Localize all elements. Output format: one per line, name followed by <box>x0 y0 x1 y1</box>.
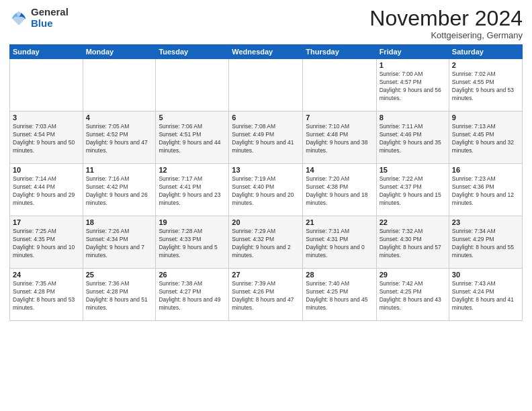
logo-icon <box>9 9 28 28</box>
day-number: 2 <box>452 61 519 69</box>
table-row: 19Sunrise: 7:28 AM Sunset: 4:33 PM Dayli… <box>156 216 229 269</box>
day-info: Sunrise: 7:40 AM Sunset: 4:25 PM Dayligh… <box>306 280 373 312</box>
day-number: 25 <box>86 271 153 279</box>
table-row <box>156 59 229 111</box>
day-info: Sunrise: 7:39 AM Sunset: 4:26 PM Dayligh… <box>232 280 300 312</box>
table-row: 12Sunrise: 7:17 AM Sunset: 4:41 PM Dayli… <box>156 164 229 216</box>
table-row: 14Sunrise: 7:20 AM Sunset: 4:38 PM Dayli… <box>303 164 376 216</box>
logo-text: General Blue <box>31 7 69 29</box>
day-number: 13 <box>232 166 300 174</box>
day-number: 15 <box>380 166 446 174</box>
table-row: 25Sunrise: 7:36 AM Sunset: 4:28 PM Dayli… <box>83 269 156 321</box>
day-number: 23 <box>452 218 519 226</box>
day-info: Sunrise: 7:03 AM Sunset: 4:54 PM Dayligh… <box>13 123 80 155</box>
table-row: 26Sunrise: 7:38 AM Sunset: 4:27 PM Dayli… <box>156 269 229 321</box>
day-number: 19 <box>159 218 226 226</box>
day-number: 1 <box>380 61 446 69</box>
day-number: 18 <box>86 218 153 226</box>
day-info: Sunrise: 7:00 AM Sunset: 4:57 PM Dayligh… <box>380 71 446 103</box>
table-row: 7Sunrise: 7:10 AM Sunset: 4:48 PM Daylig… <box>303 111 376 164</box>
day-number: 22 <box>380 218 446 226</box>
day-info: Sunrise: 7:08 AM Sunset: 4:49 PM Dayligh… <box>232 123 300 155</box>
day-number: 14 <box>306 166 373 174</box>
table-row: 27Sunrise: 7:39 AM Sunset: 4:26 PM Dayli… <box>229 269 303 321</box>
day-number: 12 <box>159 166 226 174</box>
day-info: Sunrise: 7:28 AM Sunset: 4:33 PM Dayligh… <box>159 228 226 260</box>
table-row: 18Sunrise: 7:26 AM Sunset: 4:34 PM Dayli… <box>83 216 156 269</box>
table-row: 17Sunrise: 7:25 AM Sunset: 4:35 PM Dayli… <box>10 216 83 269</box>
month-title: November 2024 <box>369 7 523 30</box>
calendar-week-row: 3Sunrise: 7:03 AM Sunset: 4:54 PM Daylig… <box>10 111 523 164</box>
day-info: Sunrise: 7:35 AM Sunset: 4:28 PM Dayligh… <box>13 280 80 312</box>
table-row: 22Sunrise: 7:32 AM Sunset: 4:30 PM Dayli… <box>376 216 449 269</box>
table-row: 11Sunrise: 7:16 AM Sunset: 4:42 PM Dayli… <box>83 164 156 216</box>
day-info: Sunrise: 7:29 AM Sunset: 4:32 PM Dayligh… <box>232 228 300 260</box>
table-row: 28Sunrise: 7:40 AM Sunset: 4:25 PM Dayli… <box>303 269 376 321</box>
logo-line2: Blue <box>31 18 69 30</box>
table-row <box>303 59 376 111</box>
table-row: 5Sunrise: 7:06 AM Sunset: 4:51 PM Daylig… <box>156 111 229 164</box>
day-info: Sunrise: 7:11 AM Sunset: 4:46 PM Dayligh… <box>380 123 446 155</box>
col-tuesday: Tuesday <box>156 45 229 59</box>
table-row: 4Sunrise: 7:05 AM Sunset: 4:52 PM Daylig… <box>83 111 156 164</box>
calendar-header-row: Sunday Monday Tuesday Wednesday Thursday… <box>10 45 523 59</box>
day-info: Sunrise: 7:34 AM Sunset: 4:29 PM Dayligh… <box>452 228 519 260</box>
table-row: 29Sunrise: 7:42 AM Sunset: 4:25 PM Dayli… <box>376 269 449 321</box>
table-row: 9Sunrise: 7:13 AM Sunset: 4:45 PM Daylig… <box>449 111 522 164</box>
table-row <box>229 59 303 111</box>
day-number: 30 <box>452 271 519 279</box>
day-number: 6 <box>232 113 300 122</box>
table-row: 8Sunrise: 7:11 AM Sunset: 4:46 PM Daylig… <box>376 111 449 164</box>
table-row: 21Sunrise: 7:31 AM Sunset: 4:31 PM Dayli… <box>303 216 376 269</box>
title-block: November 2024 Kottgeisering, Germany <box>369 7 523 40</box>
calendar-week-row: 1Sunrise: 7:00 AM Sunset: 4:57 PM Daylig… <box>10 59 523 111</box>
calendar: Sunday Monday Tuesday Wednesday Thursday… <box>9 44 523 321</box>
col-friday: Friday <box>376 45 449 59</box>
table-row <box>83 59 156 111</box>
day-number: 24 <box>13 271 80 279</box>
day-info: Sunrise: 7:22 AM Sunset: 4:37 PM Dayligh… <box>380 175 446 208</box>
day-number: 10 <box>13 166 80 174</box>
calendar-week-row: 10Sunrise: 7:14 AM Sunset: 4:44 PM Dayli… <box>10 164 523 216</box>
col-saturday: Saturday <box>449 45 522 59</box>
col-wednesday: Wednesday <box>229 45 303 59</box>
day-info: Sunrise: 7:17 AM Sunset: 4:41 PM Dayligh… <box>159 175 226 208</box>
day-number: 28 <box>306 271 373 279</box>
day-info: Sunrise: 7:13 AM Sunset: 4:45 PM Dayligh… <box>452 123 519 155</box>
table-row: 6Sunrise: 7:08 AM Sunset: 4:49 PM Daylig… <box>229 111 303 164</box>
logo-line1: General <box>31 7 69 18</box>
day-info: Sunrise: 7:14 AM Sunset: 4:44 PM Dayligh… <box>13 175 80 208</box>
location: Kottgeisering, Germany <box>369 30 523 40</box>
day-number: 29 <box>380 271 446 279</box>
day-number: 27 <box>232 271 300 279</box>
day-info: Sunrise: 7:10 AM Sunset: 4:48 PM Dayligh… <box>306 123 373 155</box>
day-info: Sunrise: 7:02 AM Sunset: 4:55 PM Dayligh… <box>452 71 519 103</box>
day-info: Sunrise: 7:19 AM Sunset: 4:40 PM Dayligh… <box>232 175 300 208</box>
day-number: 11 <box>86 166 153 174</box>
table-row: 20Sunrise: 7:29 AM Sunset: 4:32 PM Dayli… <box>229 216 303 269</box>
day-number: 20 <box>232 218 300 226</box>
day-number: 4 <box>86 113 153 122</box>
day-number: 9 <box>452 113 519 122</box>
col-monday: Monday <box>83 45 156 59</box>
table-row: 23Sunrise: 7:34 AM Sunset: 4:29 PM Dayli… <box>449 216 522 269</box>
table-row <box>10 59 83 111</box>
day-number: 3 <box>13 113 80 122</box>
day-info: Sunrise: 7:23 AM Sunset: 4:36 PM Dayligh… <box>452 175 519 208</box>
day-number: 8 <box>380 113 446 122</box>
day-info: Sunrise: 7:16 AM Sunset: 4:42 PM Dayligh… <box>86 175 153 208</box>
day-info: Sunrise: 7:05 AM Sunset: 4:52 PM Dayligh… <box>86 123 153 155</box>
table-row: 3Sunrise: 7:03 AM Sunset: 4:54 PM Daylig… <box>10 111 83 164</box>
day-info: Sunrise: 7:06 AM Sunset: 4:51 PM Dayligh… <box>159 123 226 155</box>
day-number: 21 <box>306 218 373 226</box>
col-sunday: Sunday <box>10 45 83 59</box>
calendar-week-row: 17Sunrise: 7:25 AM Sunset: 4:35 PM Dayli… <box>10 216 523 269</box>
table-row: 24Sunrise: 7:35 AM Sunset: 4:28 PM Dayli… <box>10 269 83 321</box>
day-info: Sunrise: 7:38 AM Sunset: 4:27 PM Dayligh… <box>159 280 226 312</box>
table-row: 1Sunrise: 7:00 AM Sunset: 4:57 PM Daylig… <box>376 59 449 111</box>
day-info: Sunrise: 7:20 AM Sunset: 4:38 PM Dayligh… <box>306 175 373 208</box>
day-info: Sunrise: 7:26 AM Sunset: 4:34 PM Dayligh… <box>86 228 153 260</box>
page: General Blue November 2024 Kottgeisering… <box>0 0 532 411</box>
day-number: 17 <box>13 218 80 226</box>
day-number: 16 <box>452 166 519 174</box>
